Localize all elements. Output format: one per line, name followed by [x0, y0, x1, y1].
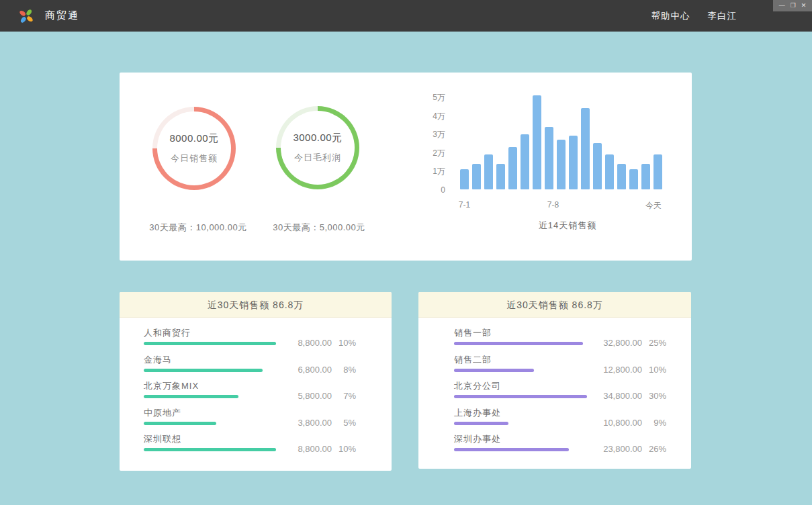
today-sales-value: 8000.00元: [169, 132, 218, 145]
ranking-row-percent: 10%: [332, 338, 356, 348]
app-logo-icon: [18, 8, 34, 24]
ranking-row-name: 销售一部: [454, 328, 691, 338]
profit-30day-max: 30天最高：5,000.00元: [242, 222, 396, 234]
ranking-row-numbers: 32,800.0025%: [595, 338, 666, 348]
ranking-row-percent: 7%: [332, 391, 356, 401]
x-axis-tick-label: 今天: [645, 200, 662, 212]
ranking-row-value: 32,800.00: [595, 338, 642, 348]
sales-bar: [545, 127, 553, 190]
sales-bar: [581, 108, 590, 189]
y-axis-tick-label: 4万: [408, 110, 445, 122]
ranking-row-numbers: 10,800.009%: [595, 418, 666, 428]
ranking-row-bar: [454, 422, 508, 425]
ranking-row: 中原地产3,800.005%: [120, 408, 392, 434]
sales-bar: [617, 164, 626, 190]
department-ranking-list: 销售一部32,800.0025%销售二部12,800.0010%北京分公司34,…: [418, 318, 691, 461]
ranking-row-numbers: 5,800.007%: [285, 391, 356, 401]
ranking-row-value: 3,800.00: [285, 418, 332, 428]
ranking-row-value: 12,800.00: [595, 365, 642, 375]
sales-bar: [605, 154, 614, 189]
today-sales-donut: 8000.00元 今日销售额: [152, 107, 236, 190]
ranking-row: 北京万象MIX5,800.007%: [120, 381, 392, 408]
ranking-row: 上海办事处10,800.009%: [418, 408, 691, 434]
sales-bar: [508, 147, 517, 189]
ranking-row: 人和商贸行8,800.0010%: [120, 328, 392, 355]
window-controls: — ❐ ✕: [773, 0, 812, 11]
user-name-link[interactable]: 李白江: [708, 10, 737, 22]
today-sales-label: 今日销售额: [171, 152, 218, 165]
app-title: 商贸通: [45, 9, 79, 22]
ranking-row: 金海马6,800.008%: [120, 355, 392, 381]
sales-bar: [629, 169, 638, 189]
y-axis-tick-label: 3万: [408, 128, 445, 140]
ranking-row-name: 北京分公司: [454, 381, 691, 391]
ranking-row-numbers: 12,800.0010%: [595, 365, 666, 375]
sales-bar: [460, 169, 469, 189]
ranking-row: 销售二部12,800.0010%: [418, 355, 691, 381]
ranking-row-percent: 10%: [332, 444, 356, 454]
ranking-row-percent: 9%: [642, 418, 666, 428]
ranking-row-percent: 8%: [332, 365, 356, 375]
minimize-icon[interactable]: —: [779, 3, 785, 9]
ranking-row-percent: 10%: [642, 365, 666, 375]
ranking-row-bar: [144, 395, 238, 398]
ranking-row: 深圳办事处23,800.0026%: [418, 434, 691, 461]
y-axis-tick-label: 1万: [408, 165, 445, 177]
x-axis-tick-label: 7-8: [547, 200, 559, 210]
x-axis-tick-label: 7-1: [459, 200, 470, 210]
ranking-row-bar: [144, 342, 276, 345]
today-profit-donut-center: 3000.00元 今日毛利润: [281, 111, 355, 185]
sales-bar: [653, 154, 662, 189]
sales-bar: [557, 140, 566, 189]
ranking-row-numbers: 34,800.0030%: [595, 391, 666, 401]
ranking-row-bar: [454, 395, 587, 398]
sales-bar: [569, 136, 578, 189]
today-sales-donut-center: 8000.00元 今日销售额: [157, 111, 231, 185]
bar-chart-title: 近14天销售额: [460, 220, 675, 232]
ranking-row-numbers: 3,800.005%: [285, 418, 356, 428]
ranking-row-value: 23,800.00: [595, 444, 642, 454]
department-ranking-title: 近30天销售额 86.8万: [418, 292, 691, 318]
today-profit-value: 3000.00元: [293, 132, 342, 144]
help-center-link[interactable]: 帮助中心: [651, 10, 690, 22]
ranking-row-name: 人和商贸行: [144, 328, 392, 338]
ranking-row-name: 中原地产: [144, 408, 392, 418]
ranking-row: 北京分公司34,800.0030%: [418, 381, 691, 408]
ranking-row-value: 8,800.00: [285, 444, 332, 454]
y-axis-tick-label: 5万: [408, 91, 445, 103]
ranking-row-name: 深圳联想: [144, 434, 392, 444]
titlebar: 商贸通 帮助中心 李白江 — ❐ ✕: [0, 0, 812, 32]
ranking-row-numbers: 8,800.0010%: [285, 444, 356, 454]
today-profit-label: 今日毛利润: [294, 152, 341, 164]
sales-bar: [496, 164, 505, 190]
ranking-row-name: 深圳办事处: [454, 434, 691, 444]
ranking-row-bar: [454, 369, 534, 372]
customer-ranking-list: 人和商贸行8,800.0010%金海马6,800.008%北京万象MIX5,80…: [120, 318, 392, 461]
ranking-row-percent: 26%: [642, 444, 666, 454]
maximize-icon[interactable]: ❐: [791, 3, 796, 9]
ranking-row-percent: 30%: [642, 391, 666, 401]
sales-bar: [641, 164, 650, 190]
today-profit-donut: 3000.00元 今日毛利润: [276, 106, 359, 189]
sales-14day-bar-chart: [460, 73, 666, 189]
sales-bar: [521, 134, 529, 190]
ranking-row-value: 34,800.00: [595, 391, 642, 401]
ranking-row-bar: [144, 422, 216, 425]
close-icon[interactable]: ✕: [801, 3, 807, 9]
ranking-row-name: 金海马: [144, 355, 392, 365]
ranking-row-percent: 5%: [332, 418, 356, 428]
ranking-row-bar: [144, 448, 276, 451]
ranking-row-value: 10,800.00: [595, 418, 642, 428]
ranking-row-percent: 25%: [642, 338, 666, 348]
ranking-row: 深圳联想8,800.0010%: [120, 434, 392, 461]
sales-bar: [533, 95, 541, 189]
customer-sales-ranking-card: 近30天销售额 86.8万 人和商贸行8,800.0010%金海马6,800.0…: [120, 292, 392, 471]
ranking-row-numbers: 6,800.008%: [285, 365, 356, 375]
ranking-row-bar: [454, 342, 583, 345]
ranking-row-name: 北京万象MIX: [144, 381, 392, 391]
ranking-row-bar: [454, 448, 569, 451]
ranking-row-numbers: 23,800.0026%: [595, 444, 666, 454]
customer-ranking-title: 近30天销售额 86.8万: [120, 292, 392, 318]
sales-bar: [593, 143, 602, 189]
y-axis-tick-label: 0: [408, 184, 445, 196]
